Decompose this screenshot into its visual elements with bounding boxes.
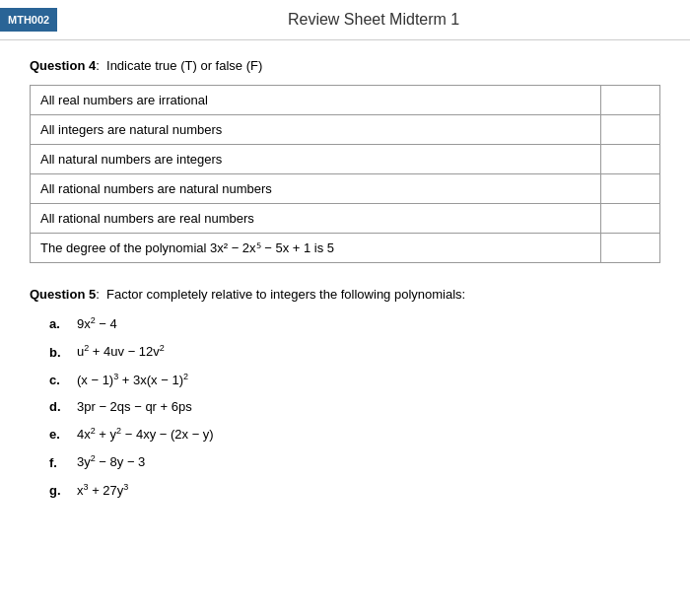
table-row: All integers are natural numbers (31, 115, 660, 145)
q4-statement: All rational numbers are natural numbers (31, 174, 601, 204)
table-row: All rational numbers are natural numbers (31, 174, 660, 204)
q4-statement: All integers are natural numbers (31, 115, 601, 145)
page-title: Review Sheet Midterm 1 (73, 11, 674, 29)
question4-label: Question 4: Indicate true (T) or false (… (30, 58, 660, 73)
table-row: All natural numbers are integers (31, 145, 660, 174)
list-item: b.u2 + 4uv − 12v2 (49, 343, 660, 359)
question4-instruction: Indicate true (T) or false (F) (106, 58, 262, 73)
list-item: c.(x − 1)3 + 3x(x − 1)2 (49, 372, 660, 387)
item-expression: 3pr − 2qs − qr + 6ps (77, 399, 192, 414)
item-expression: 4x2 + y2 − 4xy − (2x − y) (77, 426, 214, 442)
table-row: The degree of the polynomial 3x² − 2x⁵ −… (31, 234, 660, 263)
q4-answer-box[interactable] (601, 234, 660, 263)
q4-answer-box[interactable] (601, 204, 660, 234)
q4-answer-box[interactable] (601, 174, 660, 204)
item-letter: b. (49, 345, 77, 360)
list-item: f.3y2 − 8y − 3 (49, 453, 660, 469)
course-badge: MTH002 (0, 8, 57, 32)
item-expression: u2 + 4uv − 12v2 (77, 343, 165, 359)
page-header: MTH002 Review Sheet Midterm 1 (0, 0, 690, 40)
question4-section: Question 4: Indicate true (T) or false (… (30, 58, 660, 263)
question5-instruction: Factor completely relative to integers t… (106, 287, 465, 302)
item-letter: a. (49, 316, 77, 331)
q5-items-container: a.9x2 − 4b.u2 + 4uv − 12v2c.(x − 1)3 + 3… (30, 315, 660, 498)
list-item: a.9x2 − 4 (49, 315, 660, 331)
page-content: Question 4: Indicate true (T) or false (… (0, 40, 690, 527)
q4-table: All real numbers are irrationalAll integ… (30, 85, 660, 263)
item-letter: d. (49, 399, 77, 414)
q4-answer-box[interactable] (601, 115, 660, 145)
list-item: g.x3 + 27y3 (49, 482, 660, 498)
item-expression: (x − 1)3 + 3x(x − 1)2 (77, 372, 188, 387)
q4-answer-box[interactable] (601, 86, 660, 115)
item-expression: 9x2 − 4 (77, 315, 117, 331)
q4-statement: All rational numbers are real numbers (31, 204, 601, 234)
item-letter: e. (49, 427, 77, 442)
table-row: All real numbers are irrational (31, 86, 660, 115)
list-item: d.3pr − 2qs − qr + 6ps (49, 399, 660, 414)
item-expression: x3 + 27y3 (77, 482, 128, 498)
question5-section: Question 5: Factor completely relative t… (30, 287, 660, 498)
item-letter: g. (49, 483, 77, 498)
question5-label: Question 5: Factor completely relative t… (30, 287, 660, 302)
q4-statement: All natural numbers are integers (31, 145, 601, 174)
q4-answer-box[interactable] (601, 145, 660, 174)
table-row: All rational numbers are real numbers (31, 204, 660, 234)
question4-colon: : (96, 58, 106, 73)
list-item: e.4x2 + y2 − 4xy − (2x − y) (49, 426, 660, 442)
q4-statement: All real numbers are irrational (31, 86, 601, 115)
item-letter: f. (49, 455, 77, 470)
q4-statement: The degree of the polynomial 3x² − 2x⁵ −… (31, 234, 601, 263)
item-letter: c. (49, 373, 77, 387)
item-expression: 3y2 − 8y − 3 (77, 453, 145, 469)
